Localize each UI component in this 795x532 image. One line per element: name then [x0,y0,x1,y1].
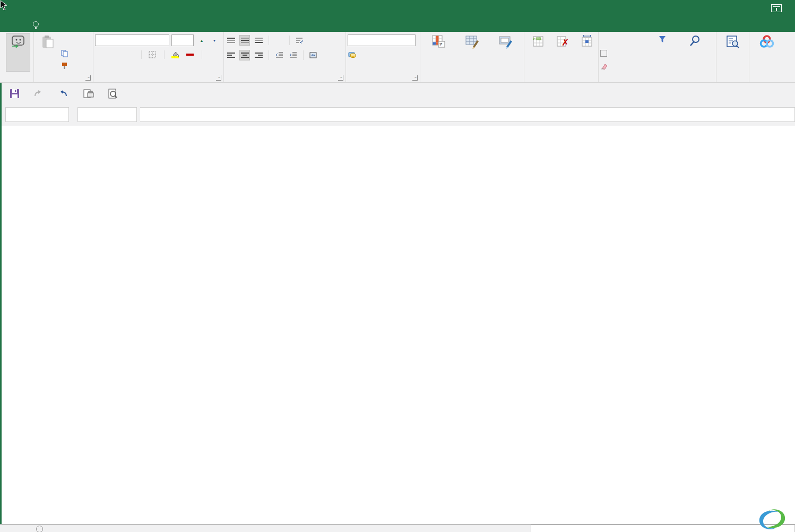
wechat-icon [11,36,25,48]
spreadsheet-grid [0,126,795,524]
font-family-select[interactable] [95,34,169,46]
mouse-cursor-icon [0,0,8,11]
increase-indent-button[interactable] [288,50,298,60]
save-button[interactable] [10,89,20,99]
name-box[interactable] [5,107,69,122]
cut-button[interactable] [60,36,73,47]
invoice-check-button[interactable] [721,33,745,72]
phonetic-guide-button[interactable] [208,49,219,60]
align-top-button[interactable] [226,35,236,46]
borders-button[interactable] [148,49,158,60]
format-cells-icon [581,35,593,48]
formula-bar [0,103,795,125]
delete-cells-button[interactable]: ✗ [550,33,575,72]
undo-button[interactable] [58,89,70,98]
quick-access-toolbar [0,83,795,103]
font-color-bar [186,54,194,56]
accounting-format-button[interactable] [348,49,358,60]
cell-styles-icon [499,35,513,49]
alignment-dialog-launcher[interactable] [338,75,343,81]
align-center-button[interactable] [239,50,250,60]
merge-center-button[interactable] [308,49,322,61]
fill-color-button[interactable] [170,49,181,60]
title-bar [0,0,795,16]
number-format-select[interactable] [348,34,416,46]
increase-decimal-button[interactable] [398,49,408,60]
sheetbar-resize-handle[interactable] [526,525,531,526]
magnifier-icon [689,35,701,47]
decrease-indent-button[interactable] [274,50,284,60]
borders-icon [149,51,156,58]
print-preview-zoom-button[interactable] [108,89,118,99]
align-bottom-button[interactable] [253,35,264,46]
font-color-button[interactable] [185,49,196,60]
number-dialog-launcher[interactable] [412,75,418,81]
bold-button[interactable] [95,49,106,60]
paste-icon [42,35,54,49]
group-number [346,32,420,82]
format-painter-button[interactable] [60,60,73,72]
font-dialog-launcher[interactable] [216,75,221,81]
font-size-select[interactable] [171,34,194,46]
save-icon [10,89,20,99]
align-right-button[interactable] [253,50,264,60]
group-font: ▲ ▼ [93,32,224,82]
formula-buttons [77,107,137,122]
increase-font-button[interactable]: ▲ [196,35,206,46]
format-painter-icon [61,62,68,69]
baidu-netdisk-icon [759,35,774,48]
clipboard-dialog-launcher[interactable] [85,75,91,81]
merge-center-icon [309,52,317,58]
svg-text:≠: ≠ [439,41,443,47]
increase-indent-icon [289,52,297,58]
comma-button[interactable] [376,49,387,60]
send-to-wechat-button[interactable] [6,33,30,72]
window-left-border [0,83,2,524]
decrease-indent-icon [275,52,283,58]
copy-icon [61,50,68,57]
group-invoice [716,32,749,82]
eraser-icon [600,63,608,69]
add-sheet-button[interactable] [36,526,43,532]
italic-button[interactable] [110,49,120,60]
orientation-button[interactable] [274,35,284,46]
find-select-button[interactable] [679,33,712,72]
group-editing [599,32,716,82]
group-clipboard [34,32,93,82]
copy-button[interactable] [60,48,73,59]
group-cells: ✗ [524,32,599,82]
format-as-table-button[interactable] [460,33,485,72]
sheet-nav-next-button[interactable] [15,525,29,526]
conditional-formatting-button[interactable]: ≠ [427,33,451,72]
clear-button[interactable] [600,60,646,72]
insert-cells-icon [532,35,545,48]
fill-color-bar [171,56,179,58]
format-cells-button[interactable] [575,33,599,72]
underline-button[interactable] [125,49,135,60]
group-save [749,32,784,82]
wrap-text-button[interactable] [295,34,306,46]
formula-input[interactable] [140,107,795,122]
ribbon-display-options-icon[interactable] [771,4,782,12]
decrease-font-button[interactable]: ▼ [209,35,219,46]
tell-me-box[interactable] [33,16,42,32]
sort-filter-button[interactable] [646,33,679,72]
paste-button[interactable] [36,33,60,72]
tab-file[interactable] [7,16,25,32]
fill-button[interactable] [600,47,646,59]
group-alignment [224,32,346,82]
page-magnifier-icon [108,89,118,99]
ribbon: ▲ ▼ [0,32,795,83]
insert-cells-button[interactable] [526,33,550,72]
autosum-button[interactable] [600,34,646,47]
align-left-button[interactable] [226,50,236,60]
percent-button[interactable] [362,49,373,60]
align-middle-button[interactable] [239,35,250,46]
print-preview-icon [83,89,94,99]
save-to-baidu-button[interactable] [755,33,779,72]
cell-styles-button[interactable] [494,33,518,72]
sheet-nav-prev-button[interactable] [0,525,15,526]
print-preview-button[interactable] [83,89,94,99]
undo-icon [58,89,68,98]
redo-button[interactable] [33,89,45,98]
